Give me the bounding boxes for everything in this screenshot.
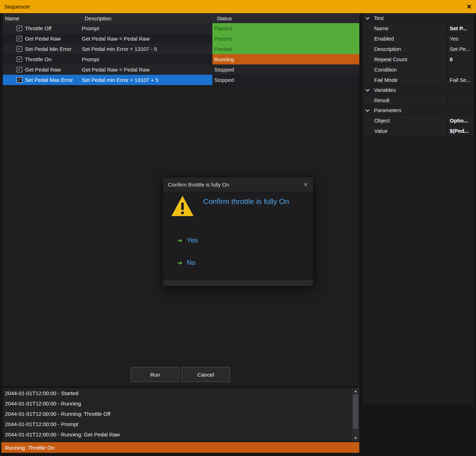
property-label: Fail Mode — [363, 75, 448, 85]
row-description: Prompt — [82, 54, 212, 64]
scroll-up-icon[interactable]: ▲ — [352, 388, 359, 394]
no-button[interactable]: ➜ No — [177, 259, 196, 267]
table-row-selected[interactable]: ✓Set Pedal Max Error Set Pedal min Error… — [3, 75, 359, 85]
table-row[interactable]: ✓Get Pedal Raw Get Pedal Raw = Pedal Raw… — [3, 33, 359, 44]
property-label: Result — [363, 95, 448, 105]
log-line: 2044-01-01T12:00:00 - Running: Get Pedal… — [3, 429, 359, 440]
row-description: Get Pedal Raw = Pedal Raw — [82, 64, 212, 75]
property-row[interactable]: Result — [363, 95, 474, 105]
chevron-down-icon — [365, 108, 369, 111]
property-value[interactable]: Fail Se... — [448, 75, 474, 85]
property-row[interactable]: Repeat Count 0 — [363, 54, 474, 64]
window-title: Sequencer — [4, 4, 30, 10]
dialog-message: Confirm throttle is fully On — [203, 197, 289, 206]
log-panel: 2044-01-01T12:00:00 - Started 2044-01-01… — [3, 388, 359, 441]
property-row[interactable]: Fail Mode Fail Se... — [363, 75, 474, 85]
table-row[interactable]: ✓Throttle On Prompt Running — [3, 54, 359, 64]
property-value[interactable]: Yes — [448, 33, 474, 43]
row-status: Passed — [212, 33, 359, 44]
checkbox-checked-icon[interactable]: ✓ — [17, 77, 22, 83]
warning-icon — [171, 195, 194, 217]
row-status: Passed — [212, 23, 359, 33]
section-label: Variables — [374, 87, 396, 93]
row-status: Running — [212, 54, 359, 64]
table-row[interactable]: ✓Set Pedal Min Error Set Pedal min Error… — [3, 44, 359, 54]
property-label: Enabled — [363, 33, 448, 43]
row-status: Passed — [212, 44, 359, 54]
row-status: Stopped — [212, 64, 359, 75]
row-name: Set Pedal Max Error — [25, 77, 73, 83]
row-description: Set Pedal min Error = 13107 + 5 — [82, 75, 212, 85]
section-header-test[interactable]: Test — [363, 13, 474, 23]
row-description: Prompt — [82, 23, 212, 33]
property-value[interactable] — [448, 95, 474, 105]
property-label: Object — [363, 115, 448, 125]
yes-button-label: Yes — [187, 236, 198, 244]
table-row[interactable]: ✓Get Pedal Raw Get Pedal Raw = Pedal Raw… — [3, 64, 359, 75]
checkbox-checked-icon[interactable]: ✓ — [17, 36, 22, 41]
checkbox-checked-icon[interactable]: ✓ — [17, 26, 22, 31]
property-row[interactable]: Condition — [363, 64, 474, 75]
log-scrollbar[interactable]: ▲ ▼ — [352, 388, 359, 441]
row-name: Get Pedal Raw — [25, 36, 61, 42]
row-status: Stopped — [212, 75, 359, 85]
checkbox-checked-icon[interactable]: ✓ — [17, 46, 22, 52]
property-panel: Test Name Set P... Enabled Yes Descripti… — [363, 13, 474, 405]
checkbox-checked-icon[interactable]: ✓ — [17, 67, 22, 72]
log-line: 2044-01-01T12:00:00 - Running — [3, 398, 359, 409]
row-name: Throttle On — [25, 56, 52, 62]
no-button-label: No — [187, 259, 195, 267]
property-row[interactable]: Enabled Yes — [363, 33, 474, 44]
property-value[interactable]: Optio... — [448, 115, 474, 125]
dialog-footer — [163, 280, 313, 286]
run-button[interactable]: Run — [131, 367, 179, 382]
dialog-body: Confirm throttle is fully On ➜ Yes ➜ No — [163, 192, 313, 280]
column-header-name[interactable]: Name — [3, 14, 82, 23]
row-name: Get Pedal Raw — [25, 67, 61, 73]
dialog-titlebar: Confirm throttle is fully On ✕ — [163, 177, 313, 192]
row-description: Set Pedal min Error = 13107 - 5 — [82, 44, 212, 54]
property-value[interactable]: Set P... — [448, 23, 474, 33]
scroll-down-icon[interactable]: ▼ — [352, 435, 359, 441]
property-value[interactable]: Set Pe... — [448, 44, 474, 54]
property-label: Value — [363, 126, 448, 136]
property-value[interactable] — [448, 64, 474, 74]
property-label: Description — [363, 44, 448, 54]
dialog-title: Confirm throttle is fully On — [168, 182, 229, 188]
arrow-icon: ➜ — [177, 237, 182, 244]
property-row[interactable]: Object Optio... — [363, 115, 474, 126]
chevron-down-icon — [365, 87, 369, 91]
row-description: Get Pedal Raw = Pedal Raw — [82, 33, 212, 44]
log-line: 2044-01-01T12:00:00 - Running: Throttle … — [3, 409, 359, 419]
table-row[interactable]: ✓Throttle Off Prompt Passed — [3, 23, 359, 33]
row-name: Set Pedal Min Error — [25, 46, 72, 52]
window-titlebar: Sequencer ✕ — [0, 0, 476, 13]
window-close-icon[interactable]: ✕ — [466, 3, 472, 11]
row-name: Throttle Off — [25, 25, 52, 31]
property-value[interactable]: 0 — [448, 54, 474, 64]
section-header-parameters[interactable]: Parameters — [363, 105, 474, 115]
arrow-icon: ➜ — [177, 259, 182, 267]
property-row[interactable]: Description Set Pe... — [363, 44, 474, 54]
property-label: Name — [363, 23, 448, 33]
yes-button[interactable]: ➜ Yes — [177, 236, 198, 244]
section-label: Parameters — [374, 107, 402, 113]
property-label: Condition — [363, 64, 448, 74]
property-row[interactable]: Name Set P... — [363, 23, 474, 33]
checkbox-checked-icon[interactable]: ✓ — [17, 57, 22, 62]
cancel-button[interactable]: Cancel — [181, 367, 230, 382]
property-label: Repeat Count — [363, 54, 448, 64]
sequence-rows: ✓Throttle Off Prompt Passed ✓Get Pedal R… — [3, 23, 359, 85]
prompt-dialog: Confirm throttle is fully On ✕ Confirm t… — [163, 177, 313, 286]
log-line: 2044-01-01T12:00:00 - Started — [3, 388, 359, 398]
column-header-status[interactable]: Status — [212, 14, 359, 23]
section-header-variables[interactable]: Variables — [363, 85, 474, 95]
table-header: Name Description Status — [3, 14, 359, 23]
column-header-description[interactable]: Description — [82, 14, 212, 23]
status-bar: Running: Throttle On — [1, 442, 359, 453]
dialog-close-icon[interactable]: ✕ — [303, 181, 308, 188]
scrollbar-thumb[interactable] — [353, 394, 358, 429]
property-value[interactable]: $(Ped... — [448, 126, 474, 136]
chevron-down-icon — [365, 15, 369, 19]
property-row[interactable]: Value $(Ped... — [363, 126, 474, 136]
